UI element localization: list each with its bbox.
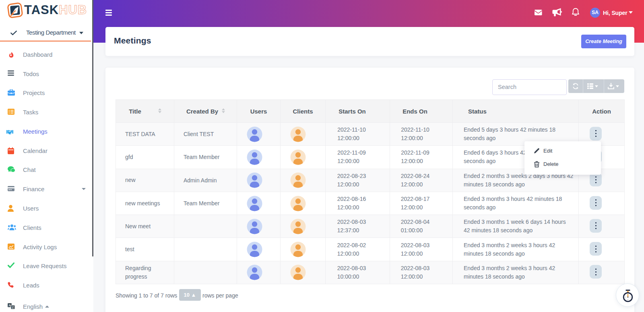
svg-text:A: A xyxy=(9,304,11,307)
svg-text:Z: Z xyxy=(12,306,14,309)
